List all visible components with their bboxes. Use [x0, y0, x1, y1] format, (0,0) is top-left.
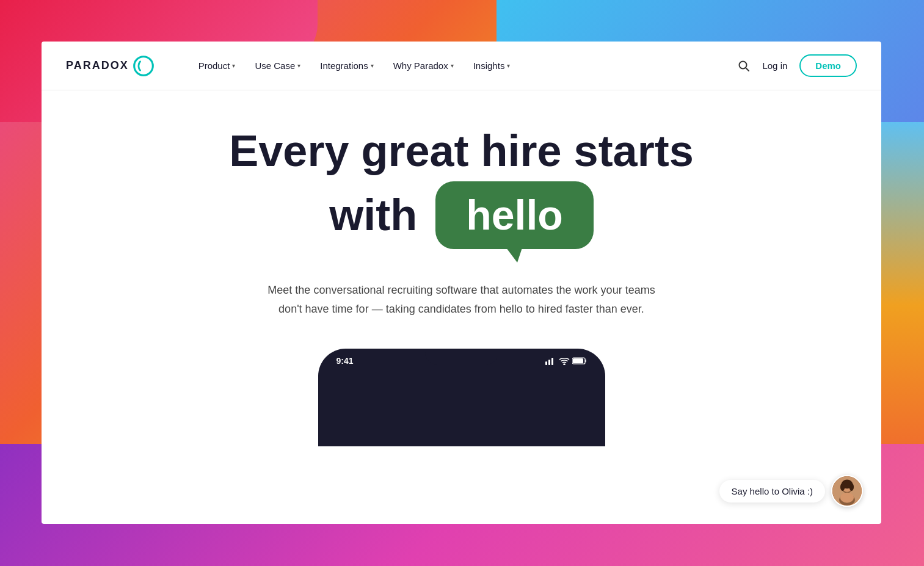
speech-bubble: hello — [435, 181, 594, 249]
search-icon — [738, 60, 750, 72]
battery-icon — [572, 357, 587, 365]
olivia-avatar — [832, 475, 862, 507]
demo-button[interactable]: Demo — [799, 54, 857, 77]
svg-point-15 — [840, 483, 845, 491]
nav-product[interactable]: Product ▾ — [191, 56, 243, 76]
chat-avatar[interactable] — [831, 475, 863, 507]
phone-area: 9:41 — [318, 349, 605, 446]
chat-widget[interactable]: Say hello to Olivia :) — [719, 475, 863, 507]
logo-text: PARADOX — [66, 59, 129, 72]
nav-use-case[interactable]: Use Case ▾ — [247, 56, 308, 76]
chevron-down-icon: ▾ — [451, 62, 454, 69]
hero-headline-line2: with hello — [329, 181, 594, 249]
phone-time: 9:41 — [336, 356, 354, 366]
phone-status-icons — [545, 357, 587, 365]
svg-rect-8 — [573, 358, 583, 363]
nav-insights[interactable]: Insights ▾ — [466, 56, 518, 76]
svg-rect-3 — [545, 361, 547, 365]
hero-with-text: with — [329, 191, 417, 239]
search-button[interactable] — [738, 60, 750, 72]
phone-notch — [425, 349, 498, 365]
nav-links: Product ▾ Use Case ▾ Integrations ▾ Why … — [191, 56, 738, 76]
main-card: PARADOX Product ▾ Use Case ▾ Integration… — [42, 42, 881, 524]
navbar: PARADOX Product ▾ Use Case ▾ Integration… — [42, 42, 881, 90]
chevron-down-icon: ▾ — [232, 62, 235, 69]
chevron-down-icon: ▾ — [507, 62, 510, 69]
logo-area[interactable]: PARADOX — [66, 55, 155, 77]
paradox-logo-icon — [133, 55, 155, 77]
svg-point-0 — [134, 56, 153, 75]
signal-icon — [545, 357, 556, 365]
nav-integrations[interactable]: Integrations ▾ — [313, 56, 380, 76]
wifi-icon — [559, 357, 570, 365]
speech-bubble-text: hello — [466, 192, 563, 238]
chat-bubble-label: Say hello to Olivia :) — [719, 480, 825, 503]
hero-subtext: Meet the conversational recruiting softw… — [260, 281, 663, 318]
svg-rect-4 — [548, 360, 550, 365]
svg-line-2 — [746, 68, 749, 71]
phone-mockup: 9:41 — [318, 349, 605, 446]
svg-point-13 — [840, 493, 854, 503]
login-button[interactable]: Log in — [762, 60, 787, 71]
hero-section: Every great hire starts with hello Meet … — [42, 90, 881, 446]
svg-point-16 — [849, 483, 854, 491]
chevron-down-icon: ▾ — [371, 62, 374, 69]
hero-headline-line1: Every great hire starts — [229, 127, 693, 175]
svg-point-6 — [564, 364, 565, 365]
nav-right: Log in Demo — [738, 54, 857, 77]
svg-rect-5 — [551, 358, 553, 365]
chevron-down-icon: ▾ — [297, 62, 300, 69]
nav-why-paradox[interactable]: Why Paradox ▾ — [386, 56, 461, 76]
